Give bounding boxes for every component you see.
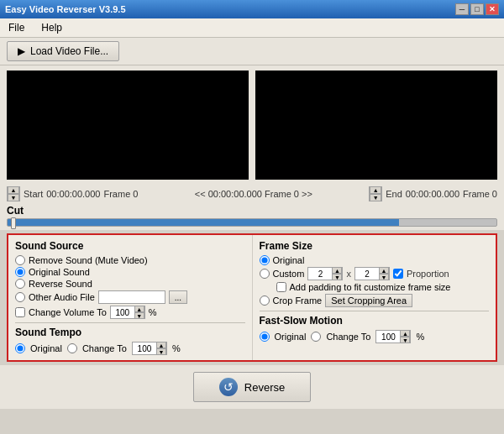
fast-spinner-btns: ▲ ▼ (400, 330, 410, 343)
tempo-unit: % (172, 343, 181, 353)
other-audio-row: Other Audio File ... (15, 290, 245, 304)
minimize-button[interactable]: ─ (455, 3, 469, 15)
frame-height-input[interactable] (355, 268, 379, 280)
other-audio-radio[interactable] (15, 292, 25, 302)
load-label: Load Video File... (30, 45, 108, 57)
other-audio-label: Other Audio File (29, 292, 95, 302)
frame-original-row: Original (260, 255, 490, 265)
volume-checkbox[interactable] (15, 307, 25, 317)
frame-height-down[interactable]: ▼ (379, 274, 389, 280)
fast-change-radio[interactable] (311, 332, 321, 342)
remove-sound-radio[interactable] (15, 255, 25, 265)
frame-original-label: Original (273, 255, 305, 265)
tempo-row: Original Change To ▲ ▼ % (15, 342, 245, 355)
menu-bar: File Help (0, 18, 504, 38)
tempo-spin-up[interactable]: ▲ (156, 342, 166, 348)
maximize-button[interactable]: □ (470, 3, 484, 15)
start-label: Start (24, 189, 43, 199)
frame-height-spinner-btns: ▲ ▼ (379, 267, 389, 280)
proportion-checkbox[interactable] (393, 269, 403, 279)
start-spinner-btns: ▲ ▼ (8, 186, 19, 201)
volume-spinner[interactable]: ▲ ▼ (110, 306, 145, 319)
volume-label: Change Volume To (29, 307, 107, 317)
time-row: ▲ ▼ Start 00:00:00.000 Frame 0 << 00:00:… (7, 186, 497, 201)
title-bar-controls: ─ □ ✕ (455, 3, 499, 15)
menu-help[interactable]: Help (36, 20, 67, 35)
slider-thumb-left[interactable] (11, 217, 16, 229)
crop-row: Crop Frame Set Cropping Area (260, 294, 490, 307)
load-video-button[interactable]: ▶ Load Video File... (7, 41, 119, 61)
toolbar: ▶ Load Video File... (0, 38, 504, 65)
fast-spin-up[interactable]: ▲ (400, 330, 410, 337)
x-label: x (346, 269, 351, 279)
reverse-sound-radio[interactable] (15, 279, 25, 289)
frame-size-title: Frame Size (260, 240, 490, 252)
other-audio-input[interactable] (98, 290, 165, 304)
padding-checkbox[interactable] (276, 282, 286, 292)
padding-label: Add padding to fit customize frame size (290, 282, 451, 292)
end-spin-down[interactable]: ▼ (370, 194, 381, 201)
fast-input[interactable] (376, 331, 400, 342)
browse-button[interactable]: ... (169, 290, 187, 304)
frame-custom-radio[interactable] (260, 269, 270, 279)
menu-file[interactable]: File (3, 20, 29, 35)
tempo-input[interactable] (133, 342, 156, 354)
frame-height-spinner[interactable]: ▲ ▼ (354, 267, 390, 280)
frame-width-input[interactable] (308, 268, 332, 280)
fast-spin-down[interactable]: ▼ (400, 337, 410, 343)
settings-area: Sound Source Remove Sound (Mute Video) O… (7, 233, 497, 362)
fast-original-label: Original (275, 332, 307, 342)
end-spinner[interactable]: ▲ ▼ (369, 186, 382, 201)
custom-row: Custom ▲ ▼ x ▲ ▼ Proportion (260, 267, 490, 280)
frame-width-down[interactable]: ▼ (332, 274, 342, 280)
original-sound-radio[interactable] (15, 267, 25, 277)
end-frame: Frame 0 (463, 189, 497, 199)
frame-width-spinner[interactable]: ▲ ▼ (307, 267, 343, 280)
crop-frame-radio[interactable] (260, 295, 270, 306)
slider-area (0, 218, 504, 230)
close-button[interactable]: ✕ (486, 3, 499, 15)
reverse-button[interactable]: ↺ Reverse (193, 372, 311, 402)
volume-input[interactable] (111, 306, 134, 318)
reverse-icon: ↺ (219, 378, 238, 396)
padding-row: Add padding to fit customize frame size (260, 282, 490, 292)
custom-label: Custom (273, 269, 305, 279)
end-spin-up[interactable]: ▲ (370, 186, 381, 194)
video-panel-right (255, 71, 497, 180)
tempo-spin-down[interactable]: ▼ (156, 348, 166, 355)
original-sound-row: Original Sound (15, 267, 245, 277)
volume-spin-up[interactable]: ▲ (134, 306, 144, 312)
reverse-sound-row: Reverse Sound (15, 279, 245, 289)
fast-change-label: Change To (326, 332, 370, 342)
set-crop-button[interactable]: Set Cropping Area (325, 294, 412, 307)
end-spinner-btns: ▲ ▼ (370, 186, 381, 201)
cut-slider[interactable] (7, 218, 497, 227)
frame-original-radio[interactable] (260, 255, 270, 265)
settings-left: Sound Source Remove Sound (Mute Video) O… (8, 235, 253, 360)
remove-sound-row: Remove Sound (Mute Video) (15, 255, 245, 265)
volume-unit: % (149, 307, 157, 317)
app-title: Easy Video Reverser V3.9.5 (5, 4, 126, 14)
sound-tempo-title: Sound Tempo (15, 327, 245, 338)
start-frame: Frame 0 (103, 189, 138, 199)
start-spin-up[interactable]: ▲ (8, 186, 19, 194)
mid-time: << 00:00:00.000 Frame 0 >> (141, 189, 365, 199)
settings-right: Frame Size Original Custom ▲ ▼ x ▲ ▼ (253, 235, 496, 360)
divider (15, 322, 245, 323)
fast-original-radio[interactable] (260, 332, 270, 342)
start-spin-down[interactable]: ▼ (8, 194, 19, 201)
fast-spinner[interactable]: ▲ ▼ (375, 330, 411, 343)
frame-width-up[interactable]: ▲ (332, 267, 342, 274)
volume-row: Change Volume To ▲ ▼ % (15, 306, 245, 319)
fast-unit: % (416, 332, 424, 342)
tempo-original-radio[interactable] (15, 343, 25, 353)
frame-height-up[interactable]: ▲ (379, 267, 389, 274)
cut-label: Cut (0, 203, 504, 218)
end-time: 00:00:00.000 (406, 189, 459, 199)
tempo-spinner[interactable]: ▲ ▼ (132, 342, 167, 355)
frame-width-spinner-btns: ▲ ▼ (332, 267, 342, 280)
remove-sound-label: Remove Sound (Mute Video) (29, 255, 148, 265)
tempo-change-radio[interactable] (67, 343, 77, 353)
start-spinner[interactable]: ▲ ▼ (7, 186, 20, 201)
volume-spin-down[interactable]: ▼ (134, 312, 144, 319)
